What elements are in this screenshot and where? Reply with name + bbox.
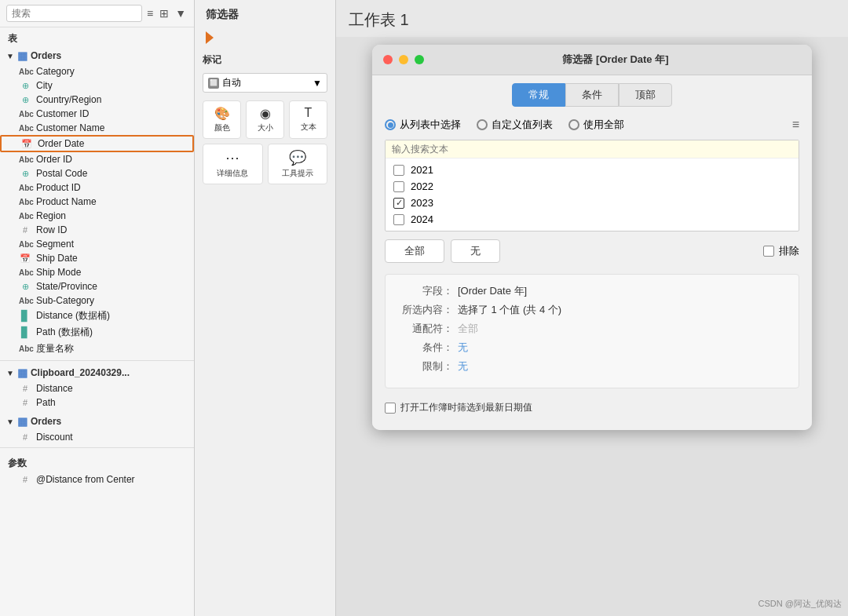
tab-top[interactable]: 顶部 — [619, 83, 672, 107]
caret-icon: ▼ — [6, 369, 14, 377]
year-label: 2021 — [411, 164, 433, 176]
tooltip-label: 工具提示 — [282, 168, 313, 179]
tooltip-button[interactable]: 💬 工具提示 — [268, 144, 328, 184]
list-item-2021[interactable]: 2021 — [386, 162, 799, 178]
field-order-date[interactable]: 📅 Order Date — [0, 135, 194, 152]
size-button[interactable]: ◉ 大小 — [246, 100, 284, 139]
globe-icon: ⊕ — [19, 81, 31, 91]
marks-dropdown[interactable]: ⬜ 自动 ▼ — [203, 73, 327, 93]
color-icon: 🎨 — [214, 106, 230, 121]
checkbox-2024[interactable] — [393, 214, 404, 225]
summary-selection-label: 所选内容： — [398, 303, 453, 317]
detail-icon: ⋯ — [225, 149, 239, 166]
minimize-button[interactable] — [399, 55, 408, 64]
radio-from-list[interactable]: 从列表中选择 — [385, 118, 461, 132]
tab-general[interactable]: 常规 — [512, 83, 565, 107]
hash-icon: # — [19, 225, 31, 235]
field-label: Postal Code — [36, 168, 87, 179]
radio-custom[interactable]: 自定义值列表 — [477, 118, 553, 132]
radio-label-custom: 自定义值列表 — [492, 118, 553, 132]
all-button[interactable]: 全部 — [385, 239, 444, 263]
field-label: Product ID — [36, 182, 81, 193]
field-label: Sub-Category — [36, 295, 94, 306]
color-label: 颜色 — [214, 122, 230, 133]
field-region[interactable]: Abc Region — [0, 209, 194, 223]
bottom-checkbox[interactable] — [385, 403, 396, 414]
list-item-2023[interactable]: 2023 — [386, 195, 799, 211]
summary-limit-value[interactable]: 无 — [458, 359, 468, 374]
field-sub-category[interactable]: Abc Sub-Category — [0, 293, 194, 308]
field-ship-mode[interactable]: Abc Ship Mode — [0, 265, 194, 279]
field-category[interactable]: Abc Category — [0, 64, 194, 78]
globe-icon: ⊕ — [19, 95, 31, 105]
field-customer-name[interactable]: Abc Customer Name — [0, 121, 194, 135]
field-label: Segment — [36, 239, 74, 250]
tab-condition[interactable]: 条件 — [565, 83, 619, 107]
list-search-input[interactable] — [386, 140, 799, 159]
field-label: City — [36, 80, 53, 91]
hash-icon: # — [19, 398, 31, 407]
abc-icon: Abc — [19, 110, 31, 118]
summary-field-row: 字段： [Order Date 年] — [398, 284, 786, 298]
caret-icon: ▼ — [6, 52, 14, 60]
exclude-checkbox[interactable] — [763, 246, 774, 257]
summary-condition-row: 条件： 无 — [398, 341, 786, 355]
field-path[interactable]: # Path — [0, 395, 194, 410]
exclude-label: 排除 — [779, 244, 799, 258]
close-button[interactable] — [383, 55, 393, 64]
menu-icon[interactable]: ≡ — [792, 118, 799, 132]
maximize-button[interactable] — [415, 55, 424, 64]
grid-icon[interactable]: ⊞ — [158, 5, 170, 21]
field-country[interactable]: ⊕ Country/Region — [0, 93, 194, 107]
field-row-id[interactable]: # Row ID — [0, 223, 194, 237]
search-input[interactable] — [6, 5, 142, 22]
field-distance-bucket[interactable]: ▊ Distance (数据桶) — [0, 308, 194, 324]
field-product-id[interactable]: Abc Product ID — [0, 180, 194, 195]
field-segment[interactable]: Abc Segment — [0, 237, 194, 251]
field-product-name[interactable]: Abc Product Name — [0, 195, 194, 209]
checkbox-2023[interactable] — [393, 198, 404, 209]
field-postal-code[interactable]: ⊕ Postal Code — [0, 166, 194, 180]
params-section: 参数 # @Distance from Center — [0, 451, 194, 490]
field-path-bucket[interactable]: ▊ Path (数据桶) — [0, 324, 194, 341]
field-distance-from-center[interactable]: # @Distance from Center — [0, 472, 194, 487]
left-scroll: ▼ ▦ Orders Abc Category ⊕ City ⊕ Country… — [0, 47, 194, 616]
abc-icon: Abc — [19, 297, 31, 305]
list-item-2022[interactable]: 2022 — [386, 178, 799, 195]
action-row: 全部 无 排除 — [385, 239, 799, 263]
color-button[interactable]: 🎨 颜色 — [203, 100, 241, 139]
divider2 — [0, 447, 194, 448]
dialog-tabs: 常规 条件 顶部 — [372, 75, 812, 107]
bar-chart-icon: ▊ — [19, 326, 31, 338]
filter-icon[interactable]: ≡ — [145, 5, 155, 21]
field-ship-date[interactable]: 📅 Ship Date — [0, 251, 194, 265]
orders-group-header[interactable]: ▼ ▦ Orders — [0, 47, 194, 64]
list-item-2024[interactable]: 2024 — [386, 211, 799, 228]
year-label: 2022 — [411, 180, 433, 192]
checkbox-2022[interactable] — [393, 181, 404, 192]
none-button[interactable]: 无 — [451, 239, 500, 263]
calendar-icon: 📅 — [20, 139, 33, 149]
field-measure-names[interactable]: Abc 度量名称 — [0, 341, 194, 357]
field-state[interactable]: ⊕ State/Province — [0, 279, 194, 293]
field-label: Category — [36, 66, 75, 77]
detail-button[interactable]: ⋯ 详细信息 — [203, 144, 263, 184]
orders-group2-header[interactable]: ▼ ▦ Orders — [0, 413, 194, 430]
summary-limit-row: 限制： 无 — [398, 359, 786, 374]
field-discount[interactable]: # Discount — [0, 430, 194, 444]
sort-icon[interactable]: ▼ — [174, 5, 188, 21]
search-icons: ≡ ⊞ ▼ — [145, 5, 188, 21]
field-order-id[interactable]: Abc Order ID — [0, 152, 194, 166]
radio-all[interactable]: 使用全部 — [568, 118, 624, 132]
abc-icon: Abc — [19, 198, 31, 206]
radio-circle-unchecked2 — [568, 119, 579, 130]
summary-condition-value[interactable]: 无 — [458, 341, 468, 355]
field-city[interactable]: ⊕ City — [0, 78, 194, 93]
checkbox-2021[interactable] — [393, 165, 404, 176]
text-button[interactable]: T 文本 — [289, 100, 327, 139]
field-distance[interactable]: # Distance — [0, 381, 194, 395]
summary-condition-label: 条件： — [398, 341, 453, 355]
field-customer-id[interactable]: Abc Customer ID — [0, 107, 194, 121]
clipboard-group-header[interactable]: ▼ ▦ Clipboard_20240329... — [0, 364, 194, 381]
field-label: Region — [36, 210, 66, 221]
